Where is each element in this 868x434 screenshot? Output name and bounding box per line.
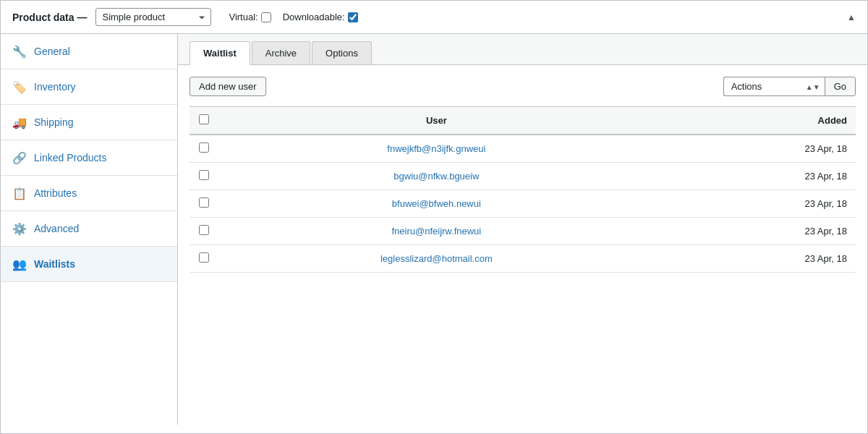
- row-checkbox-3[interactable]: [199, 225, 209, 235]
- virtual-checkbox[interactable]: [261, 12, 271, 22]
- waitlists-icon: 👥: [12, 257, 27, 271]
- row-checkbox-4[interactable]: [199, 252, 209, 263]
- link-icon: 🔗: [12, 150, 27, 165]
- sidebar-item-inventory-label: Inventory: [34, 81, 76, 93]
- downloadable-check-label[interactable]: Downloadable:: [283, 12, 358, 22]
- content-area: Waitlist Archive Options Add new user Ac…: [178, 34, 867, 425]
- go-button[interactable]: Go: [825, 77, 856, 96]
- sidebar-item-waitlists-label: Waitlists: [34, 258, 75, 270]
- added-cell: 23 Apr, 18: [655, 190, 856, 218]
- added-cell: 23 Apr, 18: [655, 218, 856, 245]
- product-type-select[interactable]: Simple product: [95, 8, 211, 26]
- toolbar: Add new user ActionsEmail UsersDelete ▲▼…: [190, 77, 856, 96]
- user-cell[interactable]: leglesslizard@hotmail.com: [218, 245, 655, 273]
- select-all-header: [190, 107, 218, 135]
- sidebar-item-general[interactable]: 🔧 General: [1, 34, 177, 69]
- header-checks: Virtual: Downloadable:: [229, 12, 357, 22]
- user-cell[interactable]: fneiru@nfeijrw.fnewui: [218, 218, 655, 245]
- sidebar-item-advanced-label: Advanced: [34, 223, 79, 234]
- added-cell: 23 Apr, 18: [655, 163, 856, 190]
- sidebar-item-linked-products[interactable]: 🔗 Linked Products: [1, 140, 177, 176]
- row-checkbox-0[interactable]: [199, 142, 209, 153]
- inventory-icon: 🏷️: [12, 80, 27, 94]
- row-checkbox-cell: [190, 218, 218, 245]
- added-cell: 23 Apr, 18: [655, 245, 856, 273]
- add-new-user-button[interactable]: Add new user: [190, 77, 266, 96]
- added-cell: 23 Apr, 18: [655, 135, 856, 163]
- product-data-title: Product data —: [12, 12, 87, 23]
- product-data-container: Product data — Simple product Virtual: D…: [0, 0, 868, 434]
- actions-area: ActionsEmail UsersDelete ▲▼ Go: [723, 77, 856, 96]
- actions-select-wrapper: ActionsEmail UsersDelete ▲▼: [723, 77, 825, 96]
- row-checkbox-cell: [190, 190, 218, 218]
- table-row: leglesslizard@hotmail.com 23 Apr, 18: [190, 245, 856, 273]
- content-body: Add new user ActionsEmail UsersDelete ▲▼…: [178, 65, 867, 284]
- product-data-header: Product data — Simple product Virtual: D…: [1, 1, 867, 34]
- virtual-check-label[interactable]: Virtual:: [229, 12, 271, 22]
- gear-icon: ⚙️: [12, 221, 27, 236]
- sidebar-item-shipping[interactable]: 🚚 Shipping: [1, 105, 177, 140]
- row-checkbox-cell: [190, 135, 218, 163]
- table-header-row: User Added: [190, 107, 856, 135]
- downloadable-checkbox[interactable]: [348, 12, 358, 22]
- table-body: fnwejkfb@n3ijfk.gnweui 23 Apr, 18 bgwiu@…: [190, 135, 856, 273]
- table-row: bfuwei@bfweh.newui 23 Apr, 18: [190, 190, 856, 218]
- sidebar: 🔧 General 🏷️ Inventory 🚚 Shipping 🔗 Link…: [1, 34, 178, 425]
- main-layout: 🔧 General 🏷️ Inventory 🚚 Shipping 🔗 Link…: [1, 34, 867, 425]
- sidebar-item-shipping-label: Shipping: [34, 116, 74, 128]
- wrench-icon: 🔧: [12, 44, 27, 59]
- table-row: bgwiu@nfkw.bgueiw 23 Apr, 18: [190, 163, 856, 190]
- sidebar-item-advanced[interactable]: ⚙️ Advanced: [1, 211, 177, 247]
- tabs-bar: Waitlist Archive Options: [178, 34, 867, 65]
- sidebar-item-attributes[interactable]: 📋 Attributes: [1, 176, 177, 211]
- user-cell[interactable]: bfuwei@bfweh.newui: [218, 190, 655, 218]
- attributes-icon: 📋: [12, 186, 27, 200]
- select-all-checkbox[interactable]: [199, 114, 209, 124]
- row-checkbox-1[interactable]: [199, 170, 209, 180]
- tab-waitlist[interactable]: Waitlist: [190, 41, 250, 65]
- row-checkbox-2[interactable]: [199, 197, 209, 208]
- actions-select[interactable]: ActionsEmail UsersDelete: [723, 77, 825, 96]
- sidebar-item-general-label: General: [34, 46, 70, 57]
- waitlist-table: User Added fnwejkfb@n3ijfk.gnweui 23 Apr…: [190, 106, 856, 273]
- tab-options[interactable]: Options: [312, 41, 372, 64]
- sidebar-item-waitlists[interactable]: 👥 Waitlists: [1, 247, 177, 282]
- shipping-icon: 🚚: [12, 115, 27, 129]
- row-checkbox-cell: [190, 163, 218, 190]
- table-row: fnwejkfb@n3ijfk.gnweui 23 Apr, 18: [190, 135, 856, 163]
- row-checkbox-cell: [190, 245, 218, 273]
- added-column-header: Added: [655, 107, 856, 135]
- user-column-header: User: [218, 107, 655, 135]
- downloadable-label: Downloadable:: [283, 12, 345, 22]
- virtual-label: Virtual:: [229, 12, 258, 22]
- user-cell[interactable]: fnwejkfb@n3ijfk.gnweui: [218, 135, 655, 163]
- user-cell[interactable]: bgwiu@nfkw.bgueiw: [218, 163, 655, 190]
- collapse-icon[interactable]: ▲: [847, 12, 856, 22]
- tab-archive[interactable]: Archive: [252, 41, 310, 64]
- sidebar-item-attributes-label: Attributes: [34, 187, 77, 199]
- table-row: fneiru@nfeijrw.fnewui 23 Apr, 18: [190, 218, 856, 245]
- sidebar-item-linked-products-label: Linked Products: [34, 152, 106, 163]
- sidebar-item-inventory[interactable]: 🏷️ Inventory: [1, 69, 177, 105]
- header-right: ▲: [847, 12, 856, 22]
